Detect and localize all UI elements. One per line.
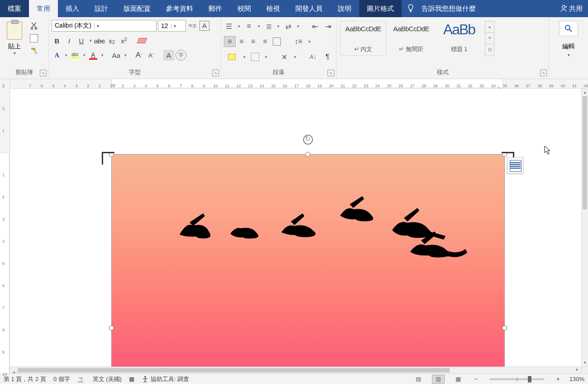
font-name-combo[interactable]: Calibri (本文)▾ <box>52 20 156 32</box>
tab-view[interactable]: 檢視 <box>259 0 288 17</box>
asian-layout-button[interactable]: ✕ <box>278 52 290 62</box>
tab-help[interactable]: 說明 <box>330 0 359 17</box>
change-case-button[interactable]: Aa <box>111 50 122 61</box>
view-read-mode[interactable]: ▤ <box>412 375 425 384</box>
decrease-indent-button[interactable]: ⇤ <box>310 21 320 32</box>
hscroll-right[interactable]: ▸ <box>574 367 581 374</box>
font-color-dropdown[interactable]: ▾ <box>100 53 104 57</box>
multilevel-list-button[interactable]: ≣ <box>264 21 274 32</box>
increase-indent-button[interactable]: ⇥ <box>323 21 333 32</box>
font-launcher[interactable]: ↘ <box>212 70 219 76</box>
align-justify-button[interactable]: ≡ <box>259 36 271 47</box>
tab-insert[interactable]: 插入 <box>58 0 87 17</box>
borders-button[interactable] <box>249 52 261 62</box>
tab-developer[interactable]: 開發人員 <box>288 0 330 17</box>
numbering-button[interactable]: ≡ <box>244 21 254 32</box>
share-button[interactable]: 共用 <box>560 0 588 17</box>
underline-button[interactable]: U <box>76 35 87 46</box>
text-effects-button[interactable]: A <box>52 50 62 61</box>
shrink-font-button[interactable]: A˅ <box>146 50 157 61</box>
clear-formatting-button[interactable] <box>137 35 147 46</box>
underline-dropdown[interactable]: ▾ <box>88 38 93 43</box>
line-spacing-button[interactable]: ↕≡ <box>293 36 304 47</box>
tab-layout[interactable]: 版面配置 <box>116 0 158 17</box>
paragraph-launcher[interactable]: ↘ <box>327 70 334 76</box>
layout-options-button[interactable] <box>507 157 523 174</box>
font-size-combo[interactable]: 12▾ <box>158 20 186 32</box>
vscroll-down[interactable]: ▾ <box>582 359 588 367</box>
horizontal-ruler[interactable]: ∟ ∟ 765432112345678910111213141516171819… <box>10 79 588 89</box>
find-button[interactable] <box>559 21 578 36</box>
tab-design[interactable]: 設計 <box>87 0 116 17</box>
ruler-corner[interactable]: ∟ <box>0 79 10 89</box>
vertical-ruler[interactable]: 32112345678910111213 <box>0 89 10 373</box>
show-marks-button[interactable]: ¶ <box>322 52 333 62</box>
tab-review[interactable]: 校閱 <box>230 0 259 17</box>
char-border-button[interactable]: A <box>199 21 209 31</box>
accessibility-checker[interactable]: 協助工具: 調查 <box>142 375 189 383</box>
superscript-button[interactable]: x2 <box>119 35 129 46</box>
style-normal[interactable]: AaBbCcDdE ↵ 內文 <box>340 21 386 56</box>
view-print-layout[interactable]: ▥ <box>432 375 445 384</box>
horizontal-scrollbar[interactable]: ◂ ▸ <box>10 367 581 373</box>
view-web-layout[interactable]: ▦ <box>452 375 465 384</box>
resize-handle-r[interactable] <box>502 325 507 330</box>
tab-references[interactable]: 參考資料 <box>158 0 201 17</box>
clipboard-launcher[interactable]: ↘ <box>40 70 47 76</box>
align-left-button[interactable]: ≡ <box>224 36 236 47</box>
resize-handle-l[interactable] <box>109 325 114 330</box>
macro-record-icon[interactable]: ▦ <box>129 376 134 382</box>
vertical-scrollbar[interactable]: ▴ ▾ <box>581 89 588 367</box>
selected-image[interactable] <box>111 154 505 373</box>
styles-scroll-up[interactable]: ▴ <box>485 21 494 33</box>
resize-handle-t[interactable] <box>305 152 310 157</box>
zoom-level[interactable]: 130% <box>569 376 584 382</box>
zoom-out[interactable]: − <box>472 376 480 382</box>
font-color-button[interactable]: A <box>88 50 99 61</box>
styles-more[interactable]: ⊟ <box>485 44 494 56</box>
zoom-slider[interactable] <box>490 378 544 380</box>
zoom-thumb[interactable] <box>528 376 531 382</box>
italic-button[interactable]: I <box>64 35 75 46</box>
styles-scroll[interactable]: ▴ ▾ ⊟ <box>485 21 494 56</box>
paste-dropdown[interactable]: ▾ <box>14 51 16 56</box>
bold-button[interactable]: B <box>52 35 62 46</box>
sort-button[interactable]: A↓ <box>307 52 319 62</box>
align-distribute-button[interactable] <box>271 36 283 47</box>
strikethrough-button[interactable]: abc <box>94 35 105 46</box>
styles-scroll-down[interactable]: ▾ <box>485 33 494 44</box>
word-count[interactable]: 0 個字 <box>53 375 70 383</box>
change-case-dropdown[interactable]: ▾ <box>123 53 128 57</box>
rotate-handle[interactable] <box>303 135 313 145</box>
paste-button[interactable]: 貼上 ▾ <box>3 19 26 56</box>
highlight-dropdown[interactable]: ▾ <box>82 53 86 57</box>
style-no-spacing[interactable]: AaBbCcDdE ↵ 無間距 <box>388 21 434 56</box>
hscroll-left[interactable]: ◂ <box>10 370 18 377</box>
phonetic-guide-button[interactable]: 中文 <box>187 20 198 31</box>
shading-button[interactable] <box>224 52 239 62</box>
styles-launcher[interactable]: ↘ <box>540 70 547 76</box>
vscroll-up[interactable]: ▴ <box>582 89 588 96</box>
bullets-button[interactable]: ☰ <box>224 21 234 32</box>
grow-font-button[interactable]: A˄ <box>134 50 145 61</box>
page-viewport[interactable] <box>10 89 581 373</box>
tell-me-search[interactable]: 告訴我您想做什麼 <box>420 0 476 17</box>
tab-picture-format[interactable]: 圖片格式 <box>359 0 402 17</box>
subscript-button[interactable]: x2 <box>106 35 117 46</box>
zoom-in[interactable]: + <box>554 376 562 382</box>
spelling-icon[interactable] <box>77 376 85 382</box>
cut-button[interactable] <box>30 22 38 30</box>
align-distributed-button[interactable]: ⇄ <box>283 21 294 32</box>
highlight-button[interactable]: abc <box>70 50 81 61</box>
vscroll-thumb[interactable] <box>583 96 587 209</box>
format-painter-button[interactable] <box>30 47 38 55</box>
tab-home[interactable]: 常用 <box>29 0 58 17</box>
hscroll-thumb[interactable] <box>18 368 450 372</box>
copy-button[interactable] <box>30 34 38 42</box>
style-heading1[interactable]: AaBb 標題 1 <box>436 21 482 56</box>
language-indicator[interactable]: 英文 (美國) <box>93 375 122 383</box>
enclose-char-button[interactable]: 字 <box>175 50 186 61</box>
char-shading-button[interactable]: A <box>163 50 174 61</box>
editing-dropdown[interactable]: ▾ <box>568 52 570 57</box>
align-right-button[interactable]: ≡ <box>247 36 259 47</box>
